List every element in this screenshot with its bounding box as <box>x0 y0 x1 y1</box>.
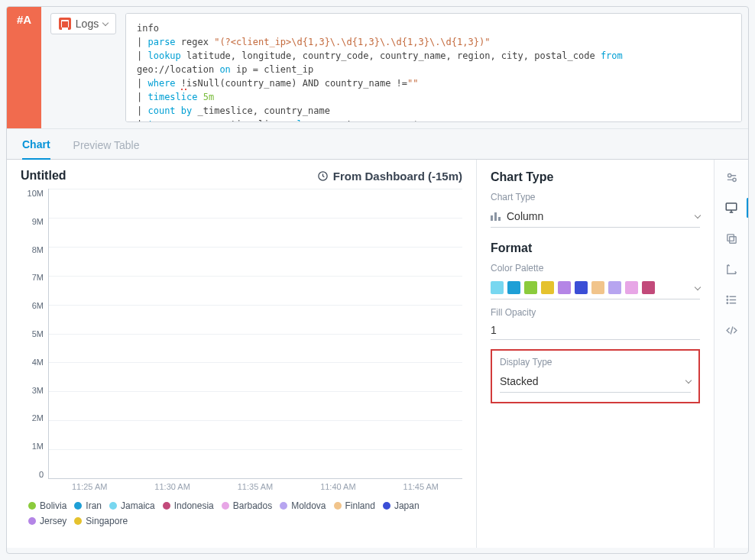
legend-swatch <box>280 502 287 510</box>
logs-icon <box>59 18 71 30</box>
y-tick: 0 <box>39 470 44 479</box>
svg-point-7 <box>727 299 727 299</box>
query-editor[interactable]: info | parse regex "(?<client_ip>\d{1,3}… <box>125 13 742 122</box>
svg-point-1 <box>727 173 731 176</box>
source-cell: Logs <box>41 7 125 128</box>
x-tick: 11:25 AM <box>48 482 131 491</box>
legend-item[interactable]: Moldova <box>280 500 326 511</box>
legend-item[interactable]: Iran <box>74 500 102 511</box>
y-tick: 10M <box>28 189 44 198</box>
y-tick: 2M <box>32 413 44 422</box>
right-rail <box>714 160 748 548</box>
palette-color <box>524 281 537 294</box>
palette-color <box>608 281 621 294</box>
legend-swatch <box>74 517 82 525</box>
settings-icon[interactable] <box>724 170 738 184</box>
chart-body: 10M9M8M7M6M5M4M3M2M1M0 <box>21 189 462 479</box>
palette-color <box>575 281 588 294</box>
legend-item[interactable]: Bolivia <box>28 500 66 511</box>
legend-label: Indonesia <box>174 500 214 511</box>
tab-chart[interactable]: Chart <box>22 131 50 160</box>
copy-icon[interactable] <box>724 231 738 245</box>
query-badge: #A <box>7 7 41 128</box>
legend-swatch <box>28 502 36 510</box>
chevron-down-icon <box>695 212 701 218</box>
axes-icon[interactable] <box>724 262 738 276</box>
chevron-down-icon <box>102 20 109 26</box>
svg-rect-5 <box>727 234 734 241</box>
legend-swatch <box>383 502 390 510</box>
column-chart-icon <box>491 212 501 221</box>
chart-type-heading: Chart Type <box>491 170 700 184</box>
chart-title: Untitled <box>21 169 66 183</box>
format-heading: Format <box>491 241 700 255</box>
svg-point-2 <box>732 178 735 181</box>
svg-point-8 <box>727 303 727 303</box>
display-type-value: Stacked <box>500 375 539 387</box>
legend: BoliviaIranJamaicaIndonesiaBarbadosMoldo… <box>28 500 462 526</box>
palette-color <box>541 281 554 294</box>
chart-area: Untitled From Dashboard (-15m) 10M9M8M7M… <box>7 160 477 548</box>
legend-label: Moldova <box>291 500 326 511</box>
palette-color <box>591 281 604 294</box>
svg-rect-3 <box>726 203 737 210</box>
chevron-down-icon <box>685 377 692 384</box>
list-icon[interactable] <box>724 293 738 306</box>
y-tick: 4M <box>32 358 44 367</box>
chart-header: Untitled From Dashboard (-15m) <box>21 167 462 189</box>
display-type-highlight: Display Type Stacked <box>491 349 700 403</box>
legend-item[interactable]: Barbados <box>222 500 272 511</box>
legend-swatch <box>74 502 82 510</box>
color-palette-label: Color Palette <box>491 263 700 274</box>
chart-type-value: Column <box>507 210 543 222</box>
query-row: #A Logs info | parse regex "(?<client_ip… <box>7 7 748 129</box>
legend-label: Japan <box>394 500 420 511</box>
code-icon[interactable] <box>724 323 738 337</box>
legend-item[interactable]: Singapore <box>74 516 128 526</box>
chevron-down-icon <box>695 283 701 290</box>
legend-label: Jamaica <box>121 500 155 511</box>
legend-label: Bolivia <box>40 500 66 511</box>
tabs-row: Chart Preview Table <box>7 129 748 160</box>
palette-color <box>625 281 638 294</box>
display-type-select[interactable]: Stacked <box>500 371 691 393</box>
fill-opacity-input[interactable] <box>491 321 700 340</box>
plot-area <box>48 189 462 479</box>
y-axis: 10M9M8M7M6M5M4M3M2M1M0 <box>21 189 48 479</box>
display-type-label: Display Type <box>500 357 691 367</box>
content: Untitled From Dashboard (-15m) 10M9M8M7M… <box>7 160 748 548</box>
chart-type-label: Chart Type <box>491 192 700 202</box>
x-axis: 11:25 AM11:30 AM11:35 AM11:40 AM11:45 AM <box>48 482 462 491</box>
legend-label: Singapore <box>86 516 128 526</box>
chart-timerange[interactable]: From Dashboard (-15m) <box>317 170 462 183</box>
chart-type-select[interactable]: Column <box>491 206 700 228</box>
y-tick: 7M <box>32 273 44 282</box>
fill-opacity-label: Fill Opacity <box>491 307 700 318</box>
palette-color <box>491 281 504 294</box>
palette-color <box>507 281 520 294</box>
svg-point-6 <box>727 296 727 296</box>
source-dropdown[interactable]: Logs <box>50 13 116 34</box>
legend-item[interactable]: Jamaica <box>109 500 155 511</box>
y-tick: 6M <box>32 301 44 310</box>
display-icon[interactable] <box>724 201 738 215</box>
y-tick: 5M <box>32 329 44 338</box>
x-tick: 11:40 AM <box>296 482 379 491</box>
y-tick: 1M <box>32 442 44 451</box>
legend-swatch <box>28 517 36 525</box>
y-tick: 9M <box>32 217 44 226</box>
y-tick: 8M <box>32 245 44 254</box>
legend-item[interactable]: Japan <box>383 500 420 511</box>
legend-swatch <box>163 502 170 510</box>
legend-item[interactable]: Jersey <box>28 516 66 526</box>
legend-item[interactable]: Indonesia <box>163 500 214 511</box>
legend-label: Jersey <box>40 516 66 526</box>
x-tick: 11:45 AM <box>380 482 462 491</box>
legend-swatch <box>334 502 342 510</box>
x-tick: 11:35 AM <box>214 482 296 491</box>
legend-item[interactable]: Finland <box>334 500 375 511</box>
color-palette-select[interactable] <box>491 277 700 299</box>
palette-color <box>558 281 571 294</box>
clock-icon <box>317 170 329 182</box>
tab-preview-table[interactable]: Preview Table <box>73 131 140 159</box>
